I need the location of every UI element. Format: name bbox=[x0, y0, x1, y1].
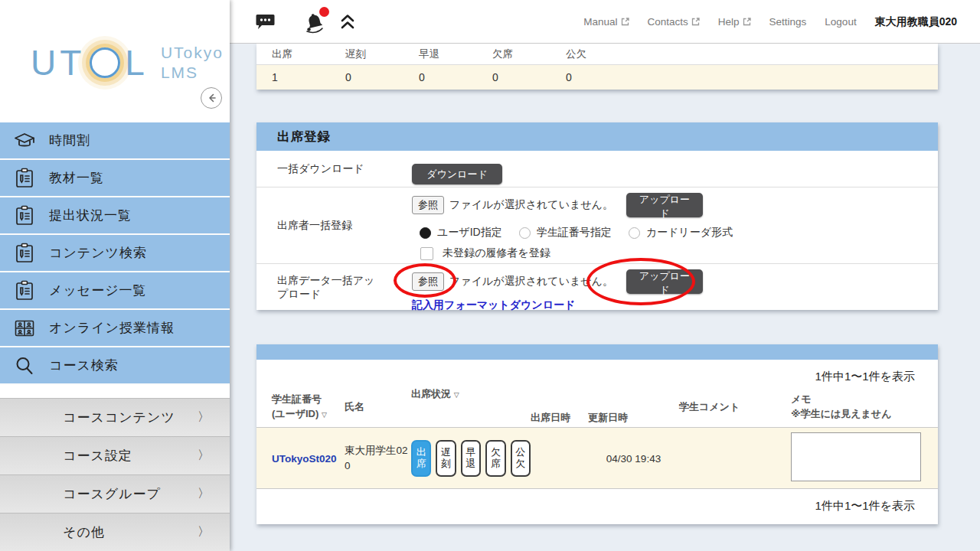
sidebar-item-course-group[interactable]: コースグループ 〉 bbox=[0, 474, 230, 513]
arrow-left-icon bbox=[204, 91, 218, 105]
online-class-icon bbox=[0, 318, 49, 338]
status-button-excused[interactable]: 公欠 bbox=[511, 440, 531, 477]
logged-in-user-name: 東大用教職員020 bbox=[875, 15, 957, 29]
collapse-header-button[interactable] bbox=[339, 0, 356, 44]
status-button-absent[interactable]: 欠席 bbox=[485, 440, 505, 477]
col-name: 氏名 bbox=[345, 400, 411, 415]
sidebar-item-others[interactable]: その他 〉 bbox=[0, 513, 230, 551]
upload-button[interactable]: アップロード bbox=[626, 269, 703, 294]
notification-badge bbox=[319, 7, 329, 17]
sidebar-item-messages[interactable]: メッセージ一覧 bbox=[0, 272, 230, 310]
sort-icon[interactable]: ▽ bbox=[454, 391, 459, 399]
external-link-icon bbox=[743, 18, 751, 26]
external-link-icon bbox=[621, 18, 629, 26]
manual-link[interactable]: Manual bbox=[583, 16, 629, 28]
col-update-time: 更新日時 bbox=[588, 411, 679, 427]
format-download-link[interactable]: 記入用フォーマットダウンロード bbox=[412, 298, 575, 312]
sidebar-item-materials[interactable]: 教材一覧 bbox=[0, 160, 230, 197]
sidebar-item-content-search[interactable]: コンテンツ検索 bbox=[0, 235, 230, 272]
student-attendance-table: 1件中1〜1件を表示 学生証番号 (ユーザID) ▽ 氏名 出席状況 ▽ 出席日… bbox=[256, 344, 938, 524]
status-button-late[interactable]: 遅刻 bbox=[436, 440, 456, 477]
summary-value: 1 bbox=[272, 71, 345, 83]
topbar: Manual Contacts Help Se bbox=[230, 0, 980, 44]
summary-col-attend: 出席 bbox=[272, 47, 345, 61]
sidebar-item-course-settings[interactable]: コース設定 〉 bbox=[0, 436, 230, 474]
logout-link[interactable]: Logout bbox=[825, 16, 856, 28]
summary-col-late: 遅刻 bbox=[345, 47, 419, 61]
contacts-link[interactable]: Contacts bbox=[648, 16, 700, 28]
summary-col-excused: 公欠 bbox=[566, 47, 639, 61]
clipboard-icon bbox=[0, 243, 49, 264]
status-button-attend[interactable]: 出席 bbox=[411, 440, 431, 477]
student-name: 東大用学生020 bbox=[345, 445, 408, 471]
col-status: 出席状況 ▽ bbox=[411, 387, 531, 402]
main-content: 出席 遅刻 早退 欠席 公欠 1 0 0 0 0 出席登録 一括ダウンロード ダ… bbox=[230, 0, 980, 551]
bell-icon bbox=[302, 10, 327, 34]
topbar-links: Manual Contacts Help Se bbox=[583, 0, 957, 44]
col-student-comment: 学生コメント bbox=[679, 400, 791, 415]
attendance-summary-table: 出席 遅刻 早退 欠席 公欠 1 0 0 0 0 bbox=[256, 44, 938, 90]
result-count-text: 1件中1〜1件を表示 bbox=[815, 370, 915, 384]
browse-file-button[interactable]: 参照 bbox=[412, 196, 444, 214]
bulk-download-row: 一括ダウンロード ダウンロード bbox=[256, 151, 938, 187]
sort-icon[interactable]: ▽ bbox=[322, 411, 327, 419]
chevron-right-icon: 〉 bbox=[198, 409, 210, 425]
summary-value: 0 bbox=[566, 71, 639, 83]
col-memo: メモ ※学生には見えません bbox=[791, 393, 923, 422]
logo-subtitle: UTokyo LMS bbox=[161, 43, 224, 83]
help-link[interactable]: Help bbox=[718, 16, 751, 28]
status-button-group: 出席 遅刻 早退 欠席 公欠 bbox=[411, 440, 531, 477]
memo-textarea[interactable] bbox=[791, 432, 921, 481]
col-attend-time: 出席日時 bbox=[531, 411, 588, 427]
radio-user-id[interactable] bbox=[420, 227, 431, 239]
result-count-text: 1件中1〜1件を表示 bbox=[815, 499, 915, 514]
table-header-band bbox=[256, 344, 938, 360]
register-unenrolled-checkbox[interactable] bbox=[420, 247, 433, 260]
sidebar: UT L UTokyo LMS 時間割 bbox=[0, 0, 230, 551]
sidebar-item-online-class[interactable]: オンライン授業情報 bbox=[0, 310, 230, 347]
chat-button[interactable] bbox=[255, 0, 276, 44]
table-footer-row: 1件中1〜1件を表示 bbox=[256, 488, 938, 523]
panel-title: 出席登録 bbox=[256, 122, 938, 151]
chevron-right-icon: 〉 bbox=[198, 524, 210, 540]
summary-header-row: 出席 遅刻 早退 欠席 公欠 bbox=[256, 44, 938, 65]
no-file-selected-text: ファイルが選択されていません。 bbox=[449, 198, 613, 212]
table-row: UTokyoSt020 東大用学生020 出席 遅刻 早退 欠席 公欠 04/3… bbox=[256, 427, 938, 488]
sidebar-item-timetable[interactable]: 時間割 bbox=[0, 122, 230, 160]
no-file-selected-text: ファイルが選択されていません。 bbox=[449, 275, 613, 289]
clipboard-icon bbox=[0, 168, 49, 189]
attendance-registration-panel: 出席登録 一括ダウンロード ダウンロード 出席者一括登録 参照 ファイルが選択さ… bbox=[256, 122, 938, 310]
table-header-row: 学生証番号 (ユーザID) ▽ 氏名 出席状況 ▽ 出席日時 更新日時 学生コメ… bbox=[256, 387, 938, 427]
notifications-button[interactable] bbox=[302, 0, 327, 44]
radio-student-card-number[interactable] bbox=[519, 227, 531, 239]
sidebar-divider bbox=[0, 385, 230, 398]
logo-text-left: UT bbox=[31, 42, 85, 83]
summary-col-absent: 欠席 bbox=[492, 47, 566, 61]
logo-ring-icon bbox=[90, 47, 120, 78]
summary-value-row: 1 0 0 0 0 bbox=[256, 65, 938, 90]
search-icon bbox=[0, 355, 49, 377]
update-timestamp: 04/30 19:43 bbox=[606, 453, 661, 465]
chat-icon bbox=[255, 12, 276, 31]
sidebar-item-course-search[interactable]: コース検索 bbox=[0, 347, 230, 385]
browse-file-button[interactable]: 参照 bbox=[412, 272, 444, 291]
chevron-right-icon: 〉 bbox=[198, 448, 210, 464]
clipboard-icon bbox=[0, 205, 49, 227]
settings-link[interactable]: Settings bbox=[769, 16, 807, 28]
sidebar-item-submission-status[interactable]: 提出状況一覧 bbox=[0, 197, 230, 235]
upload-button[interactable]: アップロード bbox=[626, 193, 703, 217]
sidebar-nav: 時間割 教材一覧 提出状況一覧 bbox=[0, 122, 230, 551]
graduation-cap-icon bbox=[0, 131, 49, 151]
external-link-icon bbox=[691, 18, 700, 26]
summary-col-early-leave: 早退 bbox=[419, 47, 492, 61]
attendee-bulk-register-row: 出席者一括登録 参照 ファイルが選択されていません。 アップロード ユーザID指… bbox=[256, 187, 938, 264]
sidebar-item-course-contents[interactable]: コースコンテンツ 〉 bbox=[0, 398, 230, 436]
id-type-radio-group: ユーザID指定 学生証番号指定 カードリーダ形式 bbox=[412, 226, 938, 240]
sidebar-collapse-button[interactable] bbox=[201, 87, 222, 109]
download-button[interactable]: ダウンロード bbox=[412, 164, 502, 184]
col-student-id: 学生証番号 (ユーザID) ▽ bbox=[272, 393, 345, 422]
student-id-link[interactable]: UTokyoSt020 bbox=[272, 453, 337, 465]
chevron-right-icon: 〉 bbox=[198, 486, 210, 502]
status-button-early-leave[interactable]: 早退 bbox=[461, 440, 481, 477]
radio-card-reader-format[interactable] bbox=[629, 227, 640, 239]
